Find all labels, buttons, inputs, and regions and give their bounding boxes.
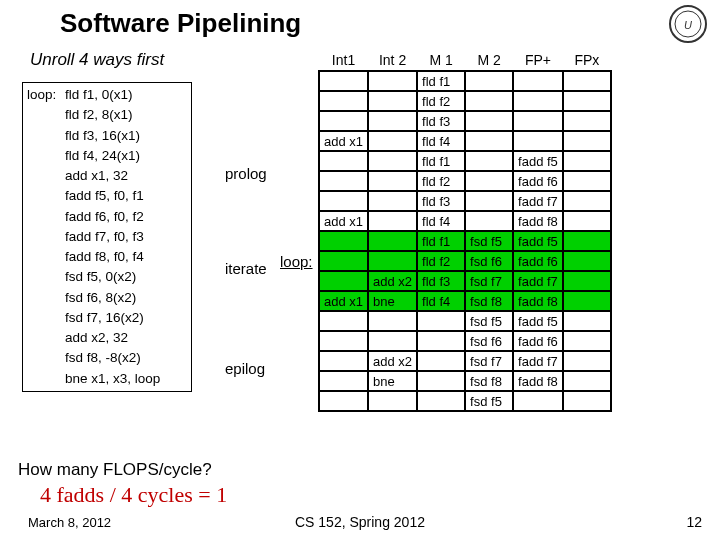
footer-course: CS 152, Spring 2012	[0, 514, 720, 530]
cell	[465, 171, 513, 191]
stage-prolog: prolog	[225, 165, 267, 182]
table-row: add x2fld f3fsd f7fadd f7	[319, 271, 611, 291]
instr: fld f4, 24(x1)	[65, 146, 140, 166]
cell: add x2	[368, 271, 417, 291]
cell: fsd f8	[465, 291, 513, 311]
cell	[563, 371, 611, 391]
cell	[465, 111, 513, 131]
cell: fld f1	[417, 231, 465, 251]
cell	[319, 191, 368, 211]
cell	[465, 151, 513, 171]
cell	[368, 71, 417, 91]
cell	[417, 391, 465, 411]
stage-iterate: iterate	[225, 260, 267, 277]
cell: add x1	[319, 131, 368, 151]
cell	[319, 71, 368, 91]
cell: bne	[368, 371, 417, 391]
cell	[563, 331, 611, 351]
cell: fadd f8	[513, 371, 563, 391]
cell	[563, 251, 611, 271]
cell	[368, 171, 417, 191]
instr: fsd f5, 0(x2)	[65, 267, 136, 287]
cell	[319, 311, 368, 331]
table-row: fld f2fsd f6fadd f6	[319, 251, 611, 271]
cell: fadd f8	[513, 291, 563, 311]
instr: fsd f6, 8(x2)	[65, 288, 136, 308]
table-row: fld f1fadd f5	[319, 151, 611, 171]
cell	[563, 91, 611, 111]
cell	[563, 231, 611, 251]
cell	[319, 91, 368, 111]
cell	[563, 311, 611, 331]
cell: fadd f5	[513, 311, 563, 331]
loop-annotation: loop:	[280, 253, 313, 270]
cell	[368, 211, 417, 231]
svg-text:U: U	[684, 19, 692, 31]
instr: fsd f8, -8(x2)	[65, 348, 141, 368]
cell	[319, 251, 368, 271]
schedule-table: Int1Int 2M 1M 2FP+FPx fld f1fld f2fld f3…	[318, 52, 612, 412]
cell: fld f3	[417, 271, 465, 291]
col-header: Int1	[319, 52, 368, 71]
cell	[368, 191, 417, 211]
cell: fld f4	[417, 291, 465, 311]
table-row: add x1fld f4	[319, 131, 611, 151]
cell	[319, 391, 368, 411]
cell: fld f4	[417, 131, 465, 151]
table-row: bnefsd f8fadd f8	[319, 371, 611, 391]
cell	[319, 171, 368, 191]
cell: add x1	[319, 211, 368, 231]
cell	[319, 331, 368, 351]
cell	[417, 351, 465, 371]
cell: fadd f6	[513, 251, 563, 271]
cell	[368, 251, 417, 271]
cell	[563, 391, 611, 411]
stage-epilog: epilog	[225, 360, 265, 377]
cell	[319, 111, 368, 131]
table-row: add x1fld f4fadd f8	[319, 211, 611, 231]
table-row: add x1bnefld f4fsd f8fadd f8	[319, 291, 611, 311]
cell	[368, 311, 417, 331]
cell	[368, 231, 417, 251]
cell: fsd f5	[465, 311, 513, 331]
cell: fadd f5	[513, 231, 563, 251]
cell: fadd f7	[513, 351, 563, 371]
instr: fadd f7, f0, f3	[65, 227, 144, 247]
table-row: fld f2fadd f6	[319, 171, 611, 191]
cell	[563, 211, 611, 231]
cell	[319, 231, 368, 251]
table-row: fld f3fadd f7	[319, 191, 611, 211]
cell	[513, 71, 563, 91]
cell	[319, 271, 368, 291]
cell: fld f2	[417, 91, 465, 111]
col-header: Int 2	[368, 52, 417, 71]
col-header: FP+	[513, 52, 563, 71]
cell	[417, 371, 465, 391]
instr: fld f1, 0(x1)	[65, 85, 133, 105]
slide-title: Software Pipelining	[60, 8, 301, 39]
cell	[513, 131, 563, 151]
loop-label: loop:	[27, 85, 65, 105]
cell	[465, 131, 513, 151]
cell: fadd f7	[513, 271, 563, 291]
question: How many FLOPS/cycle?	[18, 460, 212, 480]
cell: fld f1	[417, 151, 465, 171]
cell: fadd f7	[513, 191, 563, 211]
cell: fadd f8	[513, 211, 563, 231]
cell	[319, 351, 368, 371]
cell	[563, 171, 611, 191]
answer: 4 fadds / 4 cycles = 1	[40, 482, 227, 508]
cell: fld f4	[417, 211, 465, 231]
cell: fld f3	[417, 191, 465, 211]
instr: fld f3, 16(x1)	[65, 126, 140, 146]
cell	[513, 391, 563, 411]
cell: fadd f6	[513, 331, 563, 351]
cell: fadd f5	[513, 151, 563, 171]
instr: add x1, 32	[65, 166, 128, 186]
instr: add x2, 32	[65, 328, 128, 348]
instr: fsd f7, 16(x2)	[65, 308, 144, 328]
cell	[563, 151, 611, 171]
cell: fsd f6	[465, 331, 513, 351]
slide-number: 12	[686, 514, 702, 530]
table-row: fld f1	[319, 71, 611, 91]
